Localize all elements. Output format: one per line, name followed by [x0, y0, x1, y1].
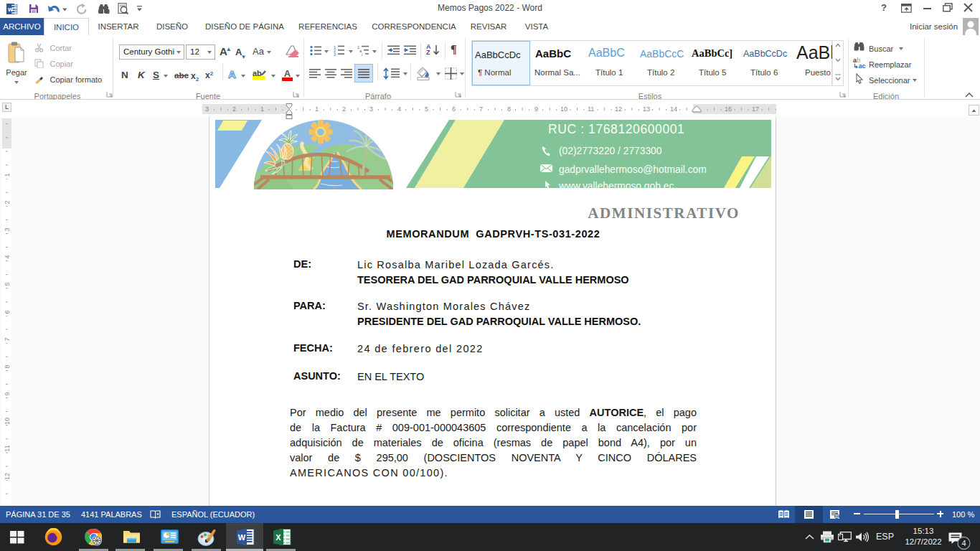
- svg-text:i: i: [362, 52, 362, 56]
- svg-text:X: X: [275, 533, 281, 542]
- svg-text:3: 3: [334, 52, 336, 57]
- svg-text:w: w: [7, 6, 14, 13]
- svg-text:4: 4: [961, 539, 966, 547]
- svg-text:W: W: [238, 533, 246, 542]
